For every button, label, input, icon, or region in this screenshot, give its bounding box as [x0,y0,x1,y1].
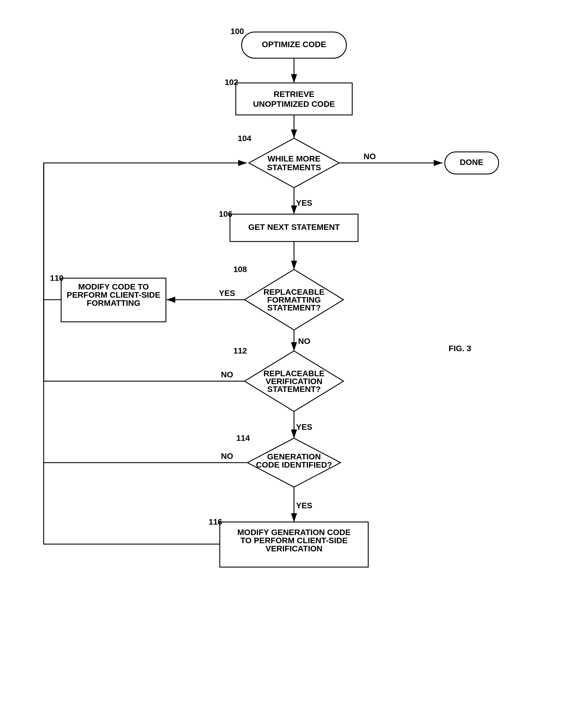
node-116-label-2: TO PERFORM CLIENT-SIDE [240,536,348,545]
node-112: REPLACEABLE VERIFICATION STATEMENT? [244,351,344,412]
label-104-no: NO [364,152,376,161]
ref-104: 104 [238,134,252,143]
node-116-label-3: VERIFICATION [266,544,322,553]
node-114: GENERATION CODE IDENTIFIED? [247,438,341,487]
ref-116: 116 [209,517,222,526]
node-104: WHILE MORE STATEMENTS [249,138,339,188]
label-114-no: NO [221,452,233,461]
node-100-label: OPTIMIZE CODE [262,40,326,49]
ref-102: 102 [225,78,238,87]
arrow-116-loop [44,463,221,544]
diagram-container: NO YES YES NO NO YES NO [0,0,588,705]
node-110: MODIFY CODE TO PERFORM CLIENT-SIDE FORMA… [61,278,166,322]
node-106: GET NEXT STATEMENT [230,214,358,241]
svg-rect-2 [236,83,352,115]
node-116-label-1: MODIFY GENERATION CODE [237,528,351,537]
ref-110: 110 [50,274,64,283]
node-116: MODIFY GENERATION CODE TO PERFORM CLIENT… [220,522,368,567]
node-102-label-1: RETRIEVE [274,90,314,99]
node-114-label-1: GENERATION [267,452,321,461]
node-100: OPTIMIZE CODE [241,32,347,58]
fig-label: FIG. 3 [449,344,471,353]
node-108: REPLACEABLE FORMATTING STATEMENT? [244,270,344,330]
label-114-yes: YES [296,501,312,510]
node-102: RETRIEVE UNOPTIMIZED CODE [236,83,352,115]
node-112-label-3: STATEMENT? [267,385,321,394]
node-done: DONE [445,152,499,174]
label-108-yes: YES [219,289,235,298]
label-112-yes: YES [296,422,312,431]
ref-108: 108 [233,265,247,274]
node-110-label-1: MODIFY CODE TO [78,282,149,291]
label-104-yes: YES [296,198,312,207]
label-112-no: NO [221,370,233,379]
ref-106: 106 [219,209,233,219]
node-108-label-3: STATEMENT? [267,303,321,312]
node-110-label-3: FORMATTING [87,298,141,308]
node-done-label: DONE [460,158,484,167]
node-114-label-2: CODE IDENTIFIED? [256,460,332,469]
node-104-label-1: WHILE MORE [268,154,320,163]
node-110-label-2: PERFORM CLIENT-SIDE [67,290,161,299]
node-102-label-2: UNOPTIMIZED CODE [253,99,335,108]
ref-112: 112 [233,346,247,355]
node-104-label-2: STATEMENTS [267,163,321,172]
label-108-no: NO [298,337,310,346]
node-106-label: GET NEXT STATEMENT [248,223,340,232]
ref-114: 114 [236,433,250,442]
ref-100: 100 [231,27,244,36]
